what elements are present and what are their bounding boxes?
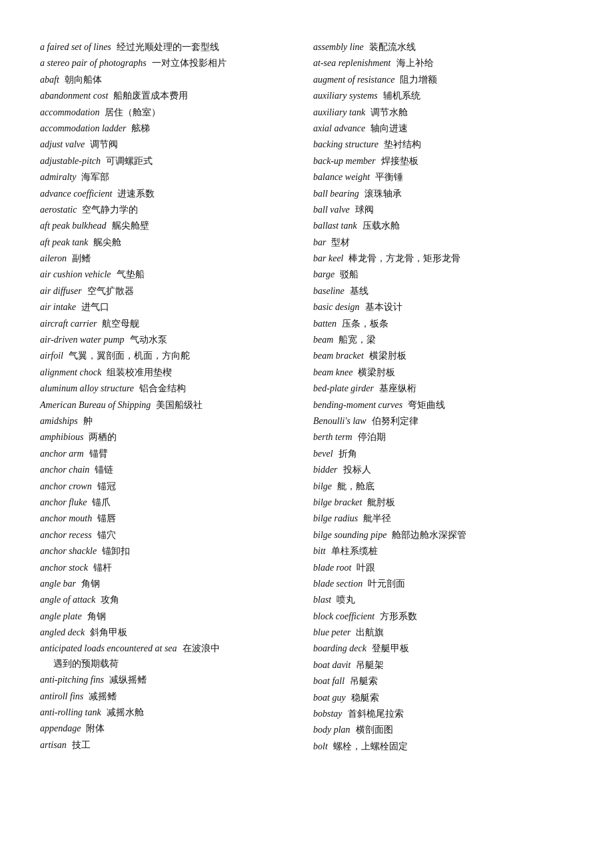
list-item: balance weight平衡锤: [313, 170, 586, 185]
entry-chinese: 锚爪: [92, 495, 111, 510]
list-item: amidships舯: [40, 414, 313, 429]
entry-english: anchor shackle: [40, 544, 97, 559]
entry-english: bitt: [313, 544, 326, 559]
right-column: assembly line装配流水线at-sea replenishment海上…: [313, 40, 586, 755]
entry-chinese: 螺栓，上螺栓固定: [333, 739, 408, 754]
entry-english: blade root: [313, 561, 351, 575]
list-item: bilge sounding pipe舱部边舱水深探管: [313, 528, 586, 543]
list-item: anchor chain锚链: [40, 463, 313, 477]
entry-chinese: 压条，板条: [342, 317, 388, 331]
entry-chinese: 减纵摇鳍: [109, 673, 147, 687]
list-item: bar keel棒龙骨，方龙骨，矩形龙骨: [313, 251, 586, 266]
entry-english: bar keel: [313, 251, 343, 266]
list-item: back-up member焊接垫板: [313, 154, 586, 169]
entry-chinese: 调节水舱: [370, 105, 408, 120]
entry-chinese: 停泊期: [358, 430, 386, 445]
list-item: a stereo pair of photographs一对立体投影相片: [40, 56, 313, 71]
entry-english: back-up member: [313, 154, 376, 169]
list-item: axial advance轴向进速: [313, 121, 586, 136]
list-item: backing structure垫衬结构: [313, 137, 586, 152]
entry-english: admiralty: [40, 170, 76, 185]
list-item: anti-pitching fins减纵摇鳍: [40, 673, 313, 687]
entry-english: angled deck: [40, 625, 85, 640]
entry-chinese: 登艇甲板: [372, 641, 409, 656]
entry-english: bilge radius: [313, 511, 358, 526]
entry-english: aircraft carrier: [40, 317, 97, 331]
list-item: appendage附体: [40, 721, 313, 736]
list-item: anchor recess锚穴: [40, 528, 313, 543]
list-item: basic design基本设计: [313, 300, 586, 315]
entry-english: beam bracket: [313, 349, 364, 363]
entry-chinese: 叶跟: [356, 561, 375, 575]
list-item: blue peter出航旗: [313, 625, 586, 640]
entry-chinese: 舱部边舱水深探管: [392, 528, 466, 543]
entry-chinese: 垫衬结构: [384, 137, 421, 152]
entry-english: a stereo pair of photographs: [40, 56, 147, 71]
entry-english: angle plate: [40, 609, 82, 624]
entry-chinese: 平衡锤: [375, 170, 403, 185]
entry-chinese: 型材: [331, 235, 350, 250]
entry-english: angle of attack: [40, 593, 95, 607]
entry-english: augment of resistance: [313, 73, 394, 87]
list-item: beam船宽，梁: [313, 333, 586, 347]
main-content: a faired set of lines经过光顺处理的一套型线a stereo…: [40, 40, 586, 755]
entry-chinese: 基线: [350, 284, 368, 299]
entry-chinese: 舷梯: [131, 121, 150, 136]
list-item: bevel折角: [313, 447, 586, 461]
entry-chinese-part1: 在波浪中: [183, 643, 220, 653]
entry-chinese: 副鳍: [72, 251, 91, 266]
entry-english: axial advance: [313, 121, 365, 136]
entry-english: blade section: [313, 577, 362, 591]
list-item: ballast tank压载水舱: [313, 219, 586, 233]
list-item: bitt单柱系缆桩: [313, 544, 586, 559]
entry-chinese: 空气扩散器: [87, 284, 134, 299]
entry-english: basic design: [313, 300, 360, 315]
list-item: adjustable-pitch可调螺距式: [40, 154, 313, 169]
list-item: anchor fluke锚爪: [40, 495, 313, 510]
list-item: beam bracket横梁肘板: [313, 349, 586, 363]
entry-english: accommodation: [40, 105, 99, 120]
list-item: aft peak bulkhead艉尖舱壁: [40, 219, 313, 233]
entry-chinese: 角钢: [87, 609, 106, 624]
entry-chinese: 球阀: [355, 203, 374, 217]
entry-english: boarding deck: [313, 641, 366, 656]
list-item: angle of attack攻角: [40, 593, 313, 607]
list-item: abaft朝向船体: [40, 73, 313, 87]
list-item: angle bar角钢: [40, 577, 313, 591]
list-item: anti-rolling tank减摇水舱: [40, 705, 313, 720]
list-item: anchor mouth锚唇: [40, 511, 313, 526]
entry-english: balance weight: [313, 170, 370, 185]
entry-chinese: 进速系数: [117, 187, 155, 201]
list-item: American Bureau of Shipping美国船级社: [40, 398, 313, 413]
list-item: bilge舭，舱底: [313, 479, 586, 494]
entry-english: bidder: [313, 463, 338, 477]
entry-english: bilge: [313, 479, 332, 494]
list-item: anchor stock锚杆: [40, 561, 313, 575]
entry-english: Benoulli's law: [313, 414, 366, 429]
list-item: boat davit吊艇架: [313, 658, 586, 673]
entry-english: batten: [313, 317, 336, 331]
entry-english: adjust valve: [40, 137, 85, 152]
entry-english: boat davit: [313, 658, 350, 673]
entry-english: bilge bracket: [313, 495, 362, 510]
entry-english: air cushion vehicle: [40, 267, 111, 282]
entry-english: amphibious: [40, 430, 83, 445]
entry-english: bed-plate girder: [313, 381, 374, 396]
entry-chinese: 船舶废置成本费用: [113, 89, 188, 103]
entry-chinese: 投标人: [343, 463, 371, 477]
entry-chinese: 舯: [83, 414, 93, 429]
list-item: augment of resistance阻力增额: [313, 73, 586, 87]
entry-chinese: 舭肘板: [367, 495, 395, 510]
entry-chinese: 角钢: [81, 577, 100, 591]
entry-english: bar: [313, 235, 326, 250]
entry-chinese: 锚冠: [97, 479, 116, 494]
list-item: bilge bracket舭肘板: [313, 495, 586, 510]
entry-english: aft peak bulkhead: [40, 219, 107, 233]
entry-english: barge: [313, 267, 334, 282]
list-item: air diffuser空气扩散器: [40, 284, 313, 299]
entry-english: ball bearing: [313, 187, 359, 201]
list-item: boarding deck登艇甲板: [313, 641, 586, 656]
list-item: baseline基线: [313, 284, 586, 299]
list-item: alignment chock组装校准用垫楔: [40, 365, 313, 380]
entry-chinese: 折角: [338, 447, 357, 461]
